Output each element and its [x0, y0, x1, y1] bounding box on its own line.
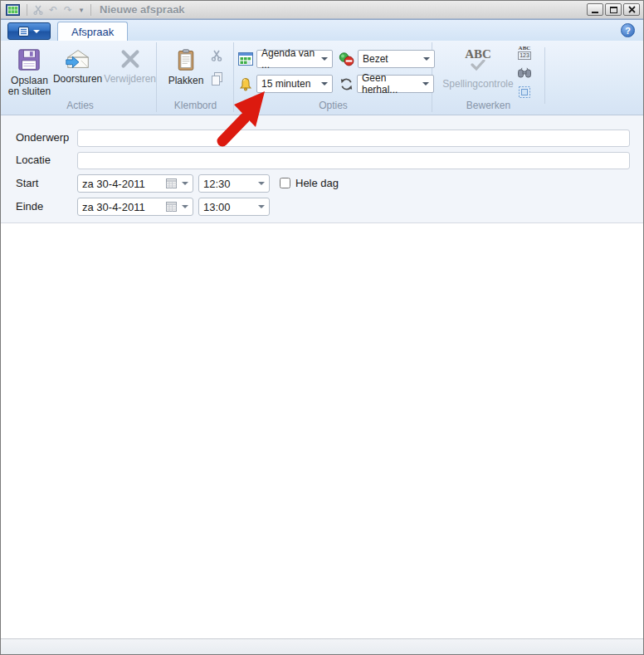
end-date-value: za 30-4-2011 [82, 201, 145, 213]
subject-label: Onderwerp [16, 131, 69, 144]
all-day-label: Hele dag [295, 177, 339, 189]
tab-row: Afspraak ? [1, 19, 643, 41]
recurrence-select-value: Geen herhal... [362, 72, 419, 95]
spellcheck-label: Spellingcontrole [442, 79, 513, 90]
abc-small-text: ABC [519, 46, 531, 51]
recurrence-icon [339, 77, 354, 91]
cut-icon[interactable] [31, 3, 46, 17]
redo-icon[interactable]: ↷ [61, 3, 76, 17]
chevron-down-icon [182, 205, 188, 208]
divider [544, 47, 545, 104]
start-date-value: za 30-4-2011 [82, 178, 145, 190]
calendar-select[interactable]: Agenda van ... [256, 50, 333, 68]
divider [27, 4, 27, 16]
start-time-value: 12:30 [203, 178, 231, 190]
mini-calendar-icon [166, 178, 177, 188]
spellcheck-button[interactable]: ABC Spellingcontrole [441, 42, 515, 100]
end-label: Einde [16, 200, 43, 213]
end-time-value: 13:00 [203, 201, 231, 213]
find-binoculars-icon[interactable] [515, 64, 534, 81]
paste-label: Plakken [168, 76, 204, 86]
chevron-down-icon [321, 57, 328, 61]
spellcheck-icon: ABC [465, 47, 491, 76]
paste-button[interactable]: Plakken [164, 42, 207, 100]
help-button[interactable]: ? [621, 23, 635, 37]
num-small-text: 123 [518, 51, 531, 60]
busy-select-value: Bezet [363, 53, 388, 65]
calendar-select-value: Agenda van ... [261, 47, 318, 71]
start-time-select[interactable]: 12:30 [198, 174, 270, 193]
group-label-acties: Acties [4, 100, 156, 111]
all-day-field: Hele dag [280, 177, 339, 189]
cut-icon[interactable] [207, 47, 226, 64]
recurrence-select[interactable]: Geen herhal... [357, 75, 434, 93]
qat-dropdown-icon[interactable]: ▾ [76, 6, 87, 14]
appointment-window: ↶ ↷ ▾ Nieuwe afspraak Afspra [0, 0, 644, 655]
divider [90, 4, 91, 16]
appointment-body[interactable] [1, 223, 643, 638]
chevron-down-icon [33, 30, 40, 33]
forward-button[interactable]: Doorsturen [53, 42, 102, 100]
status-bar [1, 638, 643, 655]
forward-icon [64, 47, 92, 71]
group-label-bewerken: Bewerken [436, 100, 541, 111]
appointment-form: Onderwerp Locatie Start za 30-4-2011 12:… [1, 115, 643, 223]
save-icon [17, 47, 41, 72]
busy-select[interactable]: Bezet [358, 50, 435, 68]
abc123-icon[interactable]: ABC 123 [515, 44, 534, 61]
help-icon: ? [625, 26, 631, 36]
close-button[interactable] [623, 3, 640, 16]
minimize-icon [592, 12, 598, 13]
end-date-picker[interactable]: za 30-4-2011 [77, 198, 193, 216]
select-all-icon[interactable] [515, 84, 534, 100]
ribbon: Opslaan en sluiten Doorsturen [1, 41, 643, 115]
start-label: Start [16, 177, 38, 189]
chevron-down-icon [182, 182, 188, 185]
chevron-down-icon [422, 82, 429, 86]
undo-icon[interactable]: ↶ [46, 3, 61, 17]
delete-button[interactable]: Verwijderen [104, 42, 156, 100]
chevron-down-icon [321, 82, 328, 86]
save-close-button[interactable]: Opslaan en sluiten [7, 42, 51, 100]
annotation-arrow [210, 82, 276, 149]
all-day-checkbox[interactable] [280, 178, 290, 188]
titlebar: ↶ ↷ ▾ Nieuwe afspraak [1, 1, 643, 19]
location-input[interactable] [77, 152, 630, 169]
ribbon-group-bewerken: ABC Spellingcontrole ABC 123 [436, 42, 541, 112]
app-icon [6, 4, 20, 16]
delete-label: Verwijderen [104, 74, 156, 85]
busy-status-icon [339, 52, 354, 66]
location-label: Locatie [16, 154, 51, 166]
forward-label: Doorsturen [53, 74, 102, 85]
maximize-icon [610, 7, 617, 13]
ribbon-group-acties: Opslaan en sluiten Doorsturen [4, 42, 157, 112]
minimize-button[interactable] [587, 3, 603, 16]
window-title: Nieuwe afspraak [100, 3, 185, 16]
subject-input[interactable] [77, 130, 630, 147]
calendar-icon [238, 52, 253, 66]
end-time-select[interactable]: 13:00 [198, 198, 270, 216]
tab-label: Afspraak [71, 26, 114, 38]
menu-icon [18, 27, 29, 37]
close-icon [628, 6, 636, 13]
paste-icon [174, 47, 198, 72]
tab-afspraak[interactable]: Afspraak [57, 22, 128, 42]
maximize-button[interactable] [605, 3, 622, 16]
start-date-picker[interactable]: za 30-4-2011 [77, 174, 193, 193]
mini-calendar-icon [166, 202, 177, 212]
save-close-label: Opslaan en sluiten [7, 76, 51, 97]
delete-icon [118, 47, 143, 71]
chevron-down-icon [258, 205, 265, 208]
chevron-down-icon [258, 182, 265, 185]
application-menu-button[interactable] [7, 22, 51, 40]
chevron-down-icon [423, 57, 430, 61]
